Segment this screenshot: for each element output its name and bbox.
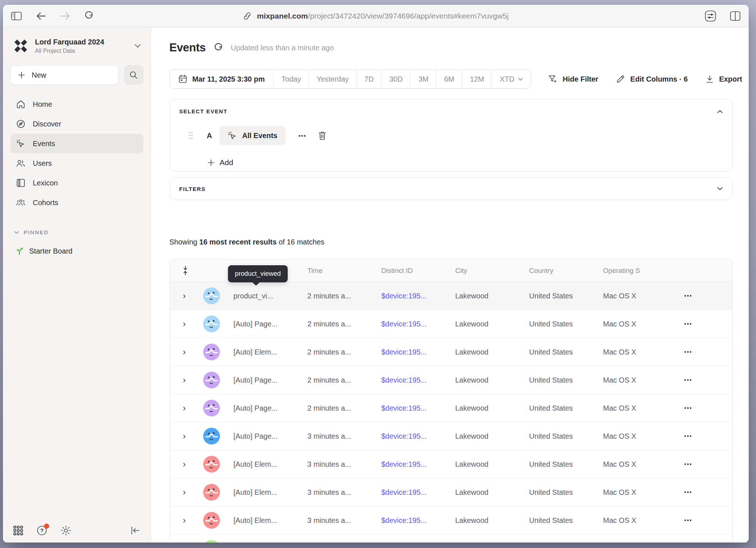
column-header-distinct-id[interactable]: Distinct ID — [376, 267, 450, 275]
expand-panel-chevron[interactable] — [717, 187, 723, 191]
chevron-down-icon — [518, 78, 523, 81]
board-label: Starter Board — [29, 247, 72, 255]
event-city: Lakewood — [450, 432, 524, 441]
row-actions-menu[interactable]: ••• — [672, 321, 732, 327]
table-row[interactable]: › [Auto] Elem... 3 minutes a... $device:… — [170, 478, 732, 506]
row-actions-menu[interactable]: ••• — [672, 461, 732, 467]
table-row[interactable]: › [Auto] Page... 2 minutes a... $device:… — [170, 394, 732, 422]
range-7d[interactable]: 7D — [357, 70, 382, 88]
distinct-id-link[interactable]: $device:195... — [376, 292, 450, 300]
apps-grid-icon[interactable] — [13, 525, 23, 536]
row-expand-chevron[interactable]: › — [170, 320, 202, 328]
page-settings-icon[interactable] — [704, 10, 717, 22]
add-event-button[interactable]: Add — [208, 158, 233, 167]
sidebar-item-users[interactable]: Users — [10, 153, 143, 173]
range-12m[interactable]: 12M — [462, 70, 492, 88]
column-header-country[interactable]: Country — [524, 267, 598, 275]
table-row[interactable]: › [Auto] Elem... 3 minutes a... $device:… — [170, 450, 732, 478]
pinned-section-toggle[interactable]: PINNED — [10, 229, 143, 235]
plus-icon — [208, 159, 214, 166]
hide-filter-button[interactable]: Hide Filter — [548, 74, 598, 84]
row-expand-chevron[interactable]: › — [170, 516, 202, 525]
distinct-id-link[interactable]: $device:195... — [376, 460, 450, 469]
notification-dot — [44, 524, 49, 529]
main-content: Events Updated less than a minute ago Ma… — [151, 27, 749, 543]
collapse-panel-chevron[interactable] — [717, 110, 723, 113]
settings-gear-icon[interactable] — [60, 525, 71, 536]
row-expand-chevron[interactable]: › — [170, 291, 202, 300]
distinct-id-link[interactable]: $device:195... — [376, 376, 450, 384]
date-picker[interactable]: Mar 11, 2025 3:30 pm — [170, 70, 273, 88]
table-row[interactable]: › [Auto] Elem... 3 minutes a... $device:… — [170, 506, 732, 535]
distinct-id-link[interactable]: $device:195... — [376, 348, 450, 356]
refresh-icon[interactable] — [214, 43, 223, 53]
back-button[interactable] — [36, 12, 46, 20]
row-expand-chevron[interactable]: › — [170, 460, 202, 469]
range-xtd[interactable]: XTD — [492, 70, 531, 88]
help-button[interactable]: ? — [36, 525, 47, 536]
row-actions-menu[interactable]: ••• — [672, 489, 732, 495]
range-6m[interactable]: 6M — [436, 70, 462, 88]
event-name: [Auto] Elem... — [228, 516, 302, 525]
drag-handle-icon[interactable] — [188, 131, 193, 140]
event-country: United States — [524, 320, 598, 328]
table-row[interactable]: › [Auto] Elem... 4 minutes a... $device:… — [170, 535, 732, 543]
sidebar-item-events[interactable]: Events — [10, 134, 143, 153]
distinct-id-link[interactable]: $device:195... — [376, 320, 450, 328]
row-expand-chevron[interactable]: › — [170, 488, 202, 497]
project-switcher[interactable]: Lord Farquaad 2024 All Project Data — [10, 38, 143, 54]
link-icon — [243, 12, 252, 20]
event-time: 3 minutes a... — [302, 488, 376, 497]
delete-event-icon[interactable] — [318, 131, 327, 141]
row-expand-chevron[interactable]: › — [170, 432, 202, 441]
range-30d[interactable]: 30D — [381, 70, 410, 88]
table-row[interactable]: › product_vi... 2 minutes a... $device:1… — [170, 282, 732, 310]
column-header-time[interactable]: Time — [302, 267, 376, 275]
sidebar-item-discover[interactable]: Discover — [10, 114, 143, 134]
address-bar[interactable]: mixpanel.com/project/3472420/view/397469… — [131, 12, 621, 20]
sidebar-item-cohorts[interactable]: Cohorts — [10, 193, 143, 212]
split-view-icon[interactable] — [730, 11, 741, 21]
collapse-rows-icon[interactable] — [170, 266, 202, 275]
forward-button[interactable] — [60, 12, 70, 20]
sidebar-item-lexicon[interactable]: Lexicon — [10, 173, 143, 193]
row-actions-menu[interactable]: ••• — [672, 433, 732, 439]
range-3m[interactable]: 3M — [410, 70, 436, 88]
sidebar-item-label: Lexicon — [33, 179, 58, 187]
event-city: Lakewood — [450, 376, 524, 384]
url-domain: mixpanel.com — [257, 12, 308, 20]
reload-button[interactable] — [84, 11, 93, 21]
row-actions-menu[interactable]: ••• — [672, 377, 732, 383]
range-today[interactable]: Today — [273, 70, 308, 88]
sidebar-item-home[interactable]: Home — [10, 94, 143, 114]
table-row[interactable]: › [Auto] Page... 2 minutes a... $device:… — [170, 366, 732, 394]
column-header-city[interactable]: City — [450, 267, 524, 275]
row-actions-menu[interactable]: ••• — [672, 293, 732, 299]
filters-panel[interactable]: FILTERS — [169, 177, 733, 200]
event-selector-chip[interactable]: All Events — [220, 126, 286, 145]
export-button[interactable]: Export — [705, 75, 742, 83]
row-expand-chevron[interactable]: › — [170, 404, 202, 412]
search-button[interactable] — [124, 65, 143, 85]
sidebar-toggle-icon[interactable] — [11, 12, 22, 20]
range-yesterday[interactable]: Yesterday — [308, 70, 356, 88]
row-actions-menu[interactable]: ••• — [672, 517, 732, 523]
distinct-id-link[interactable]: $device:195... — [376, 432, 450, 441]
row-actions-menu[interactable]: ••• — [672, 405, 732, 411]
new-button[interactable]: New — [10, 65, 119, 85]
edit-columns-button[interactable]: Edit Columns · 6 — [616, 74, 688, 84]
column-header-os[interactable]: Operating S — [598, 267, 672, 275]
collapse-sidebar-icon[interactable] — [130, 526, 141, 535]
row-actions-menu[interactable]: ••• — [672, 349, 732, 355]
sidebar-item-starter-board[interactable]: Starter Board — [10, 246, 143, 256]
table-row[interactable]: › [Auto] Page... 2 minutes a... $device:… — [170, 310, 732, 338]
row-expand-chevron[interactable]: › — [170, 348, 202, 356]
distinct-id-link[interactable]: $device:195... — [376, 404, 450, 412]
distinct-id-link[interactable]: $device:195... — [376, 488, 450, 497]
event-options-menu[interactable]: ••• — [299, 133, 307, 139]
table-row[interactable]: › [Auto] Page... 3 minutes a... $device:… — [170, 422, 732, 450]
table-row[interactable]: › [Auto] Elem... 2 minutes a... $device:… — [170, 338, 732, 366]
row-expand-chevron[interactable]: › — [170, 376, 202, 384]
distinct-id-link[interactable]: $device:195... — [376, 516, 450, 525]
event-name: [Auto] Elem... — [228, 460, 302, 469]
